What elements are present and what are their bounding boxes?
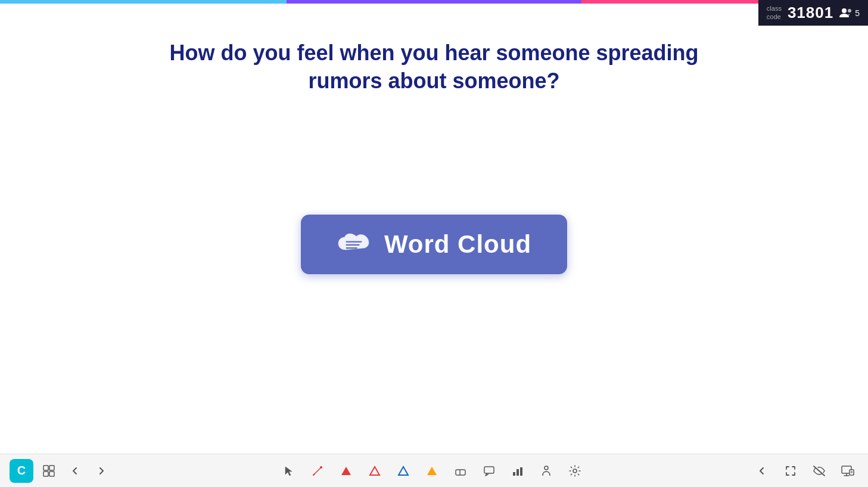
- main-content: How do you feel when you hear someone sp…: [0, 4, 868, 445]
- toolbar-center: [122, 460, 742, 482]
- svg-marker-10: [341, 467, 351, 475]
- svg-rect-18: [517, 469, 519, 476]
- class-code-number: 31801: [788, 4, 833, 22]
- class-code-badge: classcode 31801 5: [758, 0, 868, 26]
- svg-point-1: [848, 9, 851, 13]
- screen-share-button[interactable]: [837, 460, 858, 482]
- grid-view-button[interactable]: [38, 460, 60, 482]
- svg-point-20: [545, 466, 548, 470]
- cloud-svg: [337, 229, 372, 259]
- expand-button[interactable]: [780, 460, 801, 482]
- question-title: How do you feel when you hear someone sp…: [166, 39, 702, 95]
- svg-rect-6: [49, 466, 54, 470]
- nav-back-right-button[interactable]: [751, 460, 773, 482]
- svg-point-9: [320, 466, 322, 469]
- svg-rect-7: [43, 472, 48, 476]
- svg-marker-12: [399, 467, 408, 475]
- bar-chart-button[interactable]: [507, 460, 528, 482]
- red-triangle-button[interactable]: [335, 460, 357, 482]
- word-cloud-button[interactable]: Word Cloud: [301, 215, 567, 274]
- toolbar-left: C: [10, 459, 112, 483]
- svg-rect-17: [513, 472, 515, 476]
- svg-point-21: [573, 469, 577, 473]
- svg-rect-5: [43, 466, 48, 470]
- yellow-triangle-button[interactable]: [421, 460, 443, 482]
- settings-button[interactable]: [564, 460, 586, 482]
- figure-button[interactable]: [536, 460, 557, 482]
- word-cloud-icon: [337, 227, 372, 262]
- hide-button[interactable]: [808, 460, 830, 482]
- blue-triangle-button[interactable]: [393, 460, 414, 482]
- svg-rect-16: [484, 467, 494, 473]
- back-nav-button[interactable]: [64, 460, 86, 482]
- people-icon: [839, 8, 853, 18]
- toolbar-right: [751, 460, 858, 482]
- red-triangle-outline-button[interactable]: [364, 460, 385, 482]
- svg-rect-19: [520, 467, 522, 476]
- bottom-toolbar: C: [0, 454, 868, 487]
- participants-count: 5: [839, 8, 860, 18]
- participant-count-number: 5: [855, 8, 860, 18]
- svg-marker-11: [370, 467, 379, 475]
- eraser-button[interactable]: [450, 460, 471, 482]
- class-label: classcode: [767, 5, 782, 20]
- app-home-button[interactable]: C: [10, 459, 33, 483]
- select-tool-button[interactable]: [278, 460, 300, 482]
- svg-point-0: [842, 8, 847, 13]
- magic-pen-button[interactable]: [307, 460, 328, 482]
- forward-nav-button[interactable]: [91, 460, 112, 482]
- svg-rect-14: [456, 470, 465, 475]
- svg-marker-13: [427, 467, 437, 475]
- word-cloud-label: Word Cloud: [384, 230, 531, 259]
- svg-rect-8: [49, 472, 54, 476]
- chat-bubble-button[interactable]: [478, 460, 500, 482]
